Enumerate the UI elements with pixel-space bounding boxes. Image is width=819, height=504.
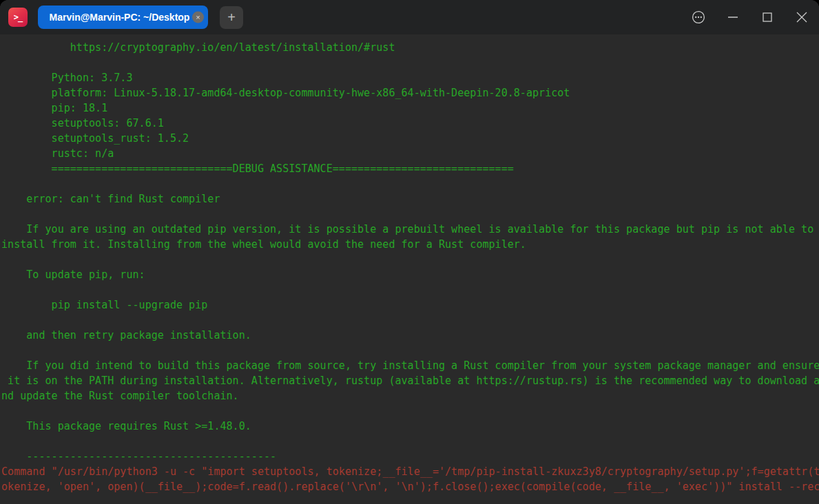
close-icon: × xyxy=(196,14,200,21)
terminal-prompt-icon: >_ xyxy=(14,13,22,21)
terminal-line xyxy=(1,207,819,222)
terminal-line: setuptools_rust: 1.5.2 xyxy=(1,131,819,146)
terminal-line: Python: 3.7.3 xyxy=(1,70,819,85)
terminal-line: it is on the PATH during installation. A… xyxy=(1,373,819,388)
terminal-line xyxy=(1,176,819,191)
minimize-button[interactable] xyxy=(716,0,750,34)
terminal-line xyxy=(1,313,819,328)
terminal-line: =============================DEBUG ASSIS… xyxy=(1,161,819,176)
terminal-line: https://cryptography.io/en/latest/instal… xyxy=(1,40,819,55)
terminal-line: ---------------------------------------- xyxy=(1,449,819,464)
terminal-line: and then retry package installation. xyxy=(1,328,819,343)
terminal-line xyxy=(1,282,819,297)
maximize-icon xyxy=(762,12,773,23)
tab-label: Marvin@Marvin-PC: ~/Desktop xyxy=(50,12,190,23)
terminal-line: pip install --upgrade pip xyxy=(1,297,819,313)
window-controls xyxy=(681,0,819,34)
tab-active[interactable]: Marvin@Marvin-PC: ~/Desktop × xyxy=(38,6,208,29)
terminal-line: error: can't find Rust compiler xyxy=(1,191,819,207)
terminal-line xyxy=(1,252,819,267)
terminal-line: If you are using an outdated pip version… xyxy=(1,222,819,237)
terminal-line: To update pip, run: xyxy=(1,267,819,282)
title-bar: >_ Marvin@Marvin-PC: ~/Desktop × + xyxy=(0,0,819,34)
terminal-app-icon: >_ xyxy=(8,8,28,27)
terminal-line: setuptools: 67.6.1 xyxy=(1,116,819,131)
close-icon xyxy=(796,11,808,23)
terminal-line: Command "/usr/bin/python3 -u -c "import … xyxy=(1,464,819,479)
terminal-line: nd update the Rust compiler toolchain. xyxy=(1,388,819,403)
ellipsis-menu-icon xyxy=(692,10,705,24)
terminal-line xyxy=(1,434,819,449)
terminal-line: rustc: n/a xyxy=(1,146,819,161)
terminal-line xyxy=(1,403,819,419)
terminal-line xyxy=(1,343,819,358)
terminal-line: platform: Linux-5.18.17-amd64-desktop-co… xyxy=(1,85,819,101)
close-button[interactable] xyxy=(785,0,819,34)
screen: { "title_bar": { "app_icon_glyph": ">_",… xyxy=(0,0,819,504)
new-tab-button[interactable]: + xyxy=(220,6,243,29)
plus-icon: + xyxy=(227,10,236,24)
maximize-button[interactable] xyxy=(750,0,785,34)
terminal-line: pip: 18.1 xyxy=(1,101,819,116)
tab-close-button[interactable]: × xyxy=(192,12,204,23)
menu-button[interactable] xyxy=(681,0,716,34)
terminal-content[interactable]: https://cryptography.io/en/latest/instal… xyxy=(0,34,819,504)
terminal-line: install from it. Installing from the whe… xyxy=(1,237,819,252)
minimize-icon xyxy=(727,12,738,23)
terminal-line xyxy=(1,55,819,70)
terminal-window: >_ Marvin@Marvin-PC: ~/Desktop × + xyxy=(0,0,819,504)
terminal-line: okenize, 'open', open)(__file__);code=f.… xyxy=(1,479,819,494)
terminal-line: This package requires Rust >=1.48.0. xyxy=(1,419,819,434)
terminal-line: If you did intend to build this package … xyxy=(1,358,819,373)
